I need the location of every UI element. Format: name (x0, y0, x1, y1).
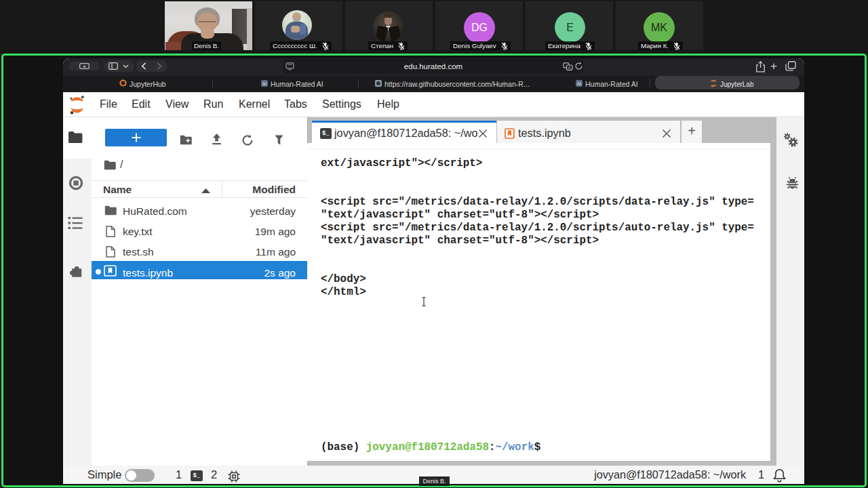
svg-text:A: A (568, 66, 571, 70)
